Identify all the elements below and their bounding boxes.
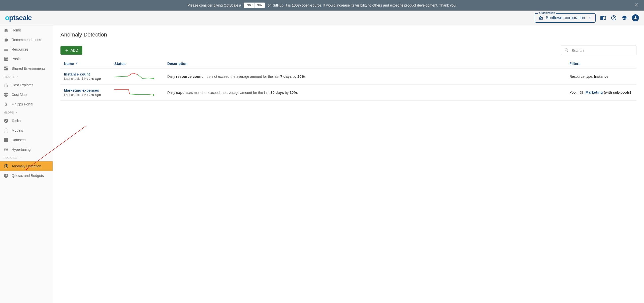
sidebar-item-label: Resources bbox=[12, 47, 28, 51]
help-icon[interactable] bbox=[611, 15, 617, 21]
row-last-check: Last check: 4 hours ago bbox=[64, 93, 107, 97]
column-status[interactable]: Status bbox=[111, 59, 164, 68]
search-icon bbox=[564, 48, 569, 53]
dashboard-icon bbox=[4, 66, 9, 71]
grid-icon bbox=[4, 137, 9, 142]
plus-icon bbox=[65, 48, 69, 53]
sidebar-item-label: Recommendations bbox=[12, 38, 41, 42]
sidebar-item-label: Datasets bbox=[12, 138, 25, 142]
sidebar-section-mlops[interactable]: MLOPS bbox=[0, 109, 53, 116]
sidebar-item-datasets[interactable]: Datasets bbox=[0, 135, 53, 145]
sidebar-item-cost-map[interactable]: Cost Map bbox=[0, 90, 53, 99]
github-banner: Please consider giving OptScale a Star 9… bbox=[0, 0, 644, 11]
bar-chart-icon bbox=[4, 83, 9, 88]
thumb-up-icon bbox=[4, 37, 9, 42]
chevron-down-icon bbox=[588, 16, 592, 20]
sidebar-item-models[interactable]: Models bbox=[0, 126, 53, 135]
sidebar-item-label: Pools bbox=[12, 57, 20, 61]
tune-icon bbox=[4, 147, 9, 152]
svg-point-0 bbox=[153, 78, 154, 79]
docs-icon[interactable] bbox=[600, 15, 606, 21]
education-icon[interactable] bbox=[621, 15, 627, 21]
anomaly-table: Name Status Description Filters Instance… bbox=[60, 59, 636, 101]
organization-selector[interactable]: Organization Sunflower corporation bbox=[535, 13, 596, 23]
sidebar-item-resources[interactable]: Resources bbox=[0, 45, 53, 54]
sidebar-item-quotas-budgets[interactable]: Quotas and Budgets bbox=[0, 171, 53, 180]
sparkline-chart bbox=[114, 88, 155, 97]
sidebar-item-label: Cost Map bbox=[12, 93, 27, 97]
sidebar-item-finops-portal[interactable]: FinOps Portal bbox=[0, 99, 53, 109]
row-filters: Resource type: Instance bbox=[566, 68, 636, 85]
table-row: Instance count Last check: 2 hours ago D… bbox=[60, 68, 636, 85]
search-box[interactable] bbox=[561, 46, 636, 55]
sidebar: Home Recommendations Resources Pools Sha… bbox=[0, 25, 53, 303]
check-circle-icon bbox=[4, 118, 9, 123]
column-description[interactable]: Description bbox=[164, 59, 566, 68]
dollar-icon bbox=[4, 102, 9, 107]
search-input[interactable] bbox=[572, 48, 633, 53]
globe-icon bbox=[4, 92, 9, 97]
star-label: Star bbox=[247, 4, 252, 7]
banner-close-button[interactable] bbox=[634, 3, 639, 8]
banner-text-post: on GitHub, it is 100% open-source. It wo… bbox=[268, 3, 457, 7]
sidebar-item-label: Tasks bbox=[12, 119, 21, 123]
github-star-button[interactable]: Star 989 bbox=[244, 3, 265, 8]
app-header: optscale Organization Sunflower corporat… bbox=[0, 11, 644, 25]
toolbar: ADD bbox=[60, 46, 636, 55]
sidebar-item-shared-environments[interactable]: Shared Environments bbox=[0, 64, 53, 73]
banner-text-pre: Please consider giving OptScale a bbox=[187, 3, 241, 7]
sidebar-item-tasks[interactable]: Tasks bbox=[0, 116, 53, 126]
calculator-icon bbox=[4, 56, 9, 61]
close-icon bbox=[634, 3, 639, 8]
row-name-link[interactable]: Marketing expenses bbox=[64, 88, 107, 92]
logo[interactable]: optscale bbox=[5, 14, 32, 22]
row-description: Daily expenses must not exceed the avera… bbox=[164, 85, 566, 101]
chevron-up-icon bbox=[16, 75, 19, 78]
sidebar-item-pools[interactable]: Pools bbox=[0, 54, 53, 64]
row-last-check: Last check: 2 hours ago bbox=[64, 77, 107, 81]
chevron-up-icon bbox=[15, 111, 18, 114]
building-icon bbox=[539, 16, 543, 20]
svg-point-1 bbox=[153, 94, 154, 96]
sidebar-item-recommendations[interactable]: Recommendations bbox=[0, 35, 53, 45]
org-value: Sunflower corporation bbox=[546, 16, 585, 20]
sidebar-item-label: Anomaly Detection bbox=[12, 164, 41, 168]
star-count: 989 bbox=[255, 3, 265, 8]
budget-icon bbox=[4, 173, 9, 178]
sidebar-item-hypertuning[interactable]: Hypertuning bbox=[0, 145, 53, 154]
org-field-label: Organization bbox=[538, 11, 556, 14]
row-description: Daily resource count must not exceed the… bbox=[164, 68, 566, 85]
sidebar-item-home[interactable]: Home bbox=[0, 25, 53, 35]
sparkline-chart bbox=[114, 71, 155, 81]
main-content: Anomaly Detection ADD Name Status Descri… bbox=[53, 25, 644, 303]
filter-pool-link[interactable]: Marketing bbox=[586, 90, 603, 94]
page-title: Anomaly Detection bbox=[60, 31, 636, 38]
sidebar-item-label: Quotas and Budgets bbox=[12, 174, 44, 178]
pool-icon bbox=[579, 91, 584, 95]
list-icon bbox=[4, 47, 9, 52]
sort-asc-icon bbox=[75, 62, 78, 66]
sidebar-item-label: FinOps Portal bbox=[12, 102, 33, 106]
add-button-label: ADD bbox=[71, 48, 78, 52]
row-name-link[interactable]: Instance count bbox=[64, 72, 107, 76]
sidebar-item-label: Home bbox=[12, 28, 21, 32]
hub-icon bbox=[4, 128, 9, 133]
anomaly-icon bbox=[4, 164, 9, 169]
home-icon bbox=[4, 28, 9, 33]
add-button[interactable]: ADD bbox=[60, 46, 82, 55]
sidebar-item-label: Hypertuning bbox=[12, 147, 31, 152]
table-row: Marketing expenses Last check: 4 hours a… bbox=[60, 85, 636, 101]
sidebar-section-finops[interactable]: FINOPS bbox=[0, 73, 53, 80]
sidebar-item-label: Models bbox=[12, 128, 23, 132]
sidebar-item-anomaly-detection[interactable]: Anomaly Detection bbox=[0, 161, 53, 171]
sidebar-section-policies[interactable]: POLICIES bbox=[0, 154, 53, 161]
column-name[interactable]: Name bbox=[60, 59, 111, 68]
sidebar-item-label: Shared Environments bbox=[12, 66, 46, 70]
row-filters: Pool: Marketing (with sub-pools) bbox=[566, 85, 636, 101]
user-avatar[interactable] bbox=[632, 14, 639, 21]
person-icon bbox=[633, 16, 638, 20]
sidebar-item-cost-explorer[interactable]: Cost Explorer bbox=[0, 80, 53, 90]
sidebar-item-label: Cost Explorer bbox=[12, 83, 33, 87]
chevron-up-icon bbox=[19, 157, 21, 159]
column-filters[interactable]: Filters bbox=[566, 59, 636, 68]
